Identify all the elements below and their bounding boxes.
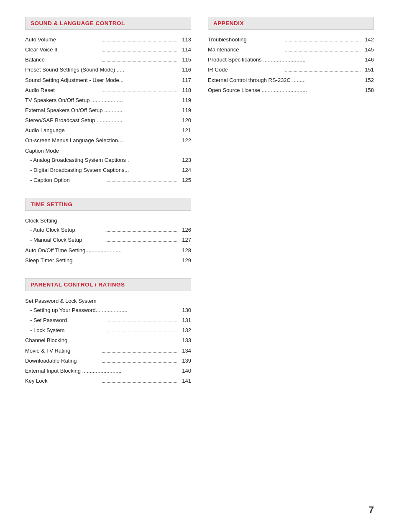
appendix-section: APPENDIX Troubleshooting 142 Maintenance… (208, 17, 374, 95)
toc-entry-movie-tv-rating: Movie & TV Rating 134 (25, 347, 191, 355)
parental-control-header: PARENTAL CONTROL / RATINGS (25, 278, 191, 291)
toc-entry-set-password-header: Set Password & Lock System (25, 297, 191, 305)
toc-entry-clock-setting: Clock Setting (25, 217, 191, 225)
sound-language-section: SOUND & LANGUAGE CONTROL Auto Volume 113… (25, 17, 191, 184)
toc-entry-ir-code: IR Code 151 (208, 66, 374, 74)
toc-entry-downloadable-rating: Downloadable Rating 139 (25, 357, 191, 365)
time-setting-section: TIME SETTING Clock Setting - Auto Clock … (25, 198, 191, 265)
parental-control-section: PARENTAL CONTROL / RATINGS Set Password … (25, 278, 191, 385)
toc-entry-audio-reset: Audio Reset 118 (25, 86, 191, 95)
toc-entry-open-source: Open Source License ....................… (208, 86, 374, 95)
toc-entry-troubleshooting: Troubleshooting 142 (208, 36, 374, 44)
toc-entry-maintenance: Maintenance 145 (208, 46, 374, 54)
toc-entry-setting-password: - Setting up Your Password..............… (25, 306, 191, 315)
right-column: APPENDIX Troubleshooting 142 Maintenance… (208, 17, 374, 399)
appendix-title: APPENDIX (213, 20, 244, 26)
toc-entry-lock-system: - Lock System 132 (25, 326, 191, 335)
toc-entry-balance: Balance 115 (25, 56, 191, 64)
sound-language-entries: Auto Volume 113 Clear Voice II 114 Balan… (25, 36, 191, 184)
toc-entry-preset-sound: Preset Sound Settings (Sound Mode) .....… (25, 66, 191, 74)
toc-entry-clear-voice: Clear Voice II 114 (25, 46, 191, 54)
toc-entry-stereo-sap: Stereo/SAP Broadcast Setup .............… (25, 116, 191, 125)
parental-control-title: PARENTAL CONTROL / RATINGS (31, 281, 125, 288)
time-setting-title: TIME SETTING (31, 201, 73, 207)
toc-entry-key-lock: Key Lock 141 (25, 377, 191, 385)
page-number: 7 (369, 504, 374, 515)
toc-entry-audio-lang: Audio Language 121 (25, 126, 191, 135)
sound-language-title: SOUND & LANGUAGE CONTROL (31, 20, 125, 26)
toc-entry-ext-input-blocking: External Input Blocking ................… (25, 367, 191, 375)
parental-control-entries: Set Password & Lock System - Setting up … (25, 297, 191, 385)
toc-entry-analog-captions: - Analog Broadcasting System Captions . … (25, 156, 191, 164)
toc-entry-ext-speakers: External Speakers On/Off Setup .........… (25, 106, 191, 115)
toc-entry-onscreen-menus: On-screen Menus Language Selection.... 1… (25, 136, 191, 145)
toc-entry-caption-option: - Caption Option 125 (25, 176, 191, 184)
toc-entry-sleep-timer: Sleep Timer Setting 129 (25, 256, 191, 265)
toc-entry-auto-onoff: Auto On/Off Time Setting................… (25, 246, 191, 255)
time-setting-entries: Clock Setting - Auto Clock Setup 126 - M… (25, 217, 191, 265)
appendix-entries: Troubleshooting 142 Maintenance 145 Prod… (208, 36, 374, 95)
toc-entry-auto-volume: Auto Volume 113 (25, 36, 191, 44)
toc-entry-manual-clock: - Manual Clock Setup 127 (25, 236, 191, 244)
toc-entry-caption-mode: Caption Mode (25, 147, 191, 155)
toc-entry-channel-blocking: Channel Blocking 133 (25, 336, 191, 345)
toc-entry-auto-clock: - Auto Clock Setup 126 (25, 226, 191, 234)
time-setting-header: TIME SETTING (25, 198, 191, 211)
appendix-header: APPENDIX (208, 17, 374, 30)
toc-entry-ext-control: External Control through RS-232C .......… (208, 76, 374, 84)
left-column: SOUND & LANGUAGE CONTROL Auto Volume 113… (25, 17, 191, 399)
toc-entry-sound-setting: Sound Setting Adjustment - User Mode... … (25, 76, 191, 84)
toc-entry-product-specs: Product Specifications .................… (208, 56, 374, 64)
toc-entry-tv-speakers: TV Speakers On/Off Setup ...............… (25, 96, 191, 105)
toc-entry-set-password: - Set Password 131 (25, 316, 191, 325)
toc-entry-digital-captions: - Digital Broadcasting System Captions..… (25, 166, 191, 174)
sound-language-header: SOUND & LANGUAGE CONTROL (25, 17, 191, 30)
